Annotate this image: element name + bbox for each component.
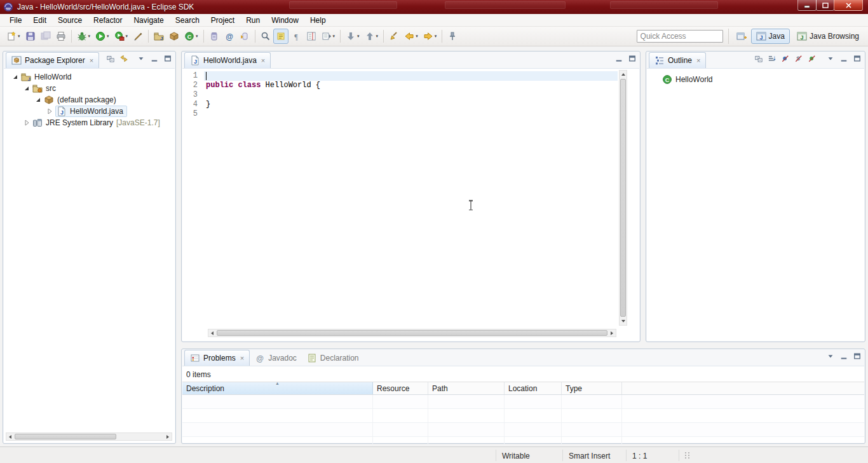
scrollbar-thumb[interactable]	[15, 434, 116, 439]
close-tab-icon[interactable]: ×	[90, 57, 93, 64]
editor-line-5[interactable]	[204, 109, 618, 119]
quick-access-input[interactable]	[637, 30, 723, 43]
collapse-all-icon[interactable]	[107, 55, 114, 62]
tree-item-default-package[interactable]: (default package)	[4, 94, 175, 106]
view-menu-icon[interactable]	[827, 55, 834, 62]
show-print-margin-button[interactable]	[304, 29, 319, 44]
outline-item-helloworld[interactable]: C HelloWorld	[647, 74, 864, 85]
open-task-button[interactable]	[130, 29, 146, 44]
next-annotation-button[interactable]: ▾	[343, 29, 362, 44]
perspective-java-button[interactable]: J Java	[751, 29, 790, 44]
menu-help[interactable]: Help	[304, 14, 332, 27]
new-java-project-button[interactable]: J	[151, 29, 166, 44]
tab-outline[interactable]: Outline ×	[649, 52, 706, 68]
tree-item-helloworld-project[interactable]: J HelloWorld	[4, 71, 175, 83]
new-package-button[interactable]	[166, 29, 182, 44]
editor-line-3[interactable]	[204, 90, 618, 100]
back-button[interactable]: ▾	[402, 29, 421, 44]
maximize-view-icon[interactable]	[628, 55, 636, 62]
menu-window[interactable]: Window	[266, 14, 304, 27]
scrollbar-thumb[interactable]	[620, 79, 626, 317]
editor-hscrollbar[interactable]	[208, 329, 616, 337]
column-header-type[interactable]: Type	[562, 382, 622, 394]
menu-navigate[interactable]: Navigate	[128, 14, 169, 27]
close-window-button[interactable]	[834, 0, 863, 11]
editor-body[interactable]: 1 2 3 4 5 public class HelloWorld { }	[182, 68, 639, 341]
javadoc-wizard-button[interactable]: @	[222, 29, 237, 44]
hide-non-public-icon[interactable]	[808, 55, 816, 62]
collapsed-arrow-icon[interactable]	[23, 119, 31, 127]
tab-declaration[interactable]: Declaration	[302, 350, 364, 366]
show-selected-element-button[interactable]: ▾	[319, 29, 338, 44]
column-header-location[interactable]: Location	[505, 382, 562, 394]
code-area[interactable]: public class HelloWorld { }	[204, 69, 618, 327]
tab-package-explorer[interactable]: Package Explorer ×	[6, 52, 99, 68]
collapsed-arrow-icon[interactable]	[46, 107, 53, 115]
maximize-view-icon[interactable]	[164, 55, 172, 62]
scroll-up-arrow[interactable]	[620, 71, 627, 78]
link-with-editor-icon[interactable]	[120, 55, 128, 62]
expanded-arrow-icon[interactable]	[34, 96, 42, 104]
tree-item-helloworld-java[interactable]: J HelloWorld.java	[4, 106, 175, 117]
scroll-right-arrow[interactable]	[608, 329, 616, 336]
sort-alphabetical-icon[interactable]	[768, 55, 776, 62]
open-perspective-button[interactable]	[734, 29, 749, 44]
last-edit-location-button[interactable]	[386, 29, 402, 44]
menu-edit[interactable]: Edit	[27, 14, 52, 27]
view-menu-icon[interactable]	[137, 55, 145, 62]
column-header-resource[interactable]: Resource	[373, 382, 428, 394]
menu-project[interactable]: Project	[205, 14, 240, 27]
view-menu-icon[interactable]	[827, 352, 834, 360]
editor-line-2[interactable]: public class HelloWorld {	[204, 81, 618, 90]
editor-line-4[interactable]: }	[204, 100, 618, 109]
tree-item-jre-system-library[interactable]: JRE System Library [JavaSE-1.7]	[4, 117, 175, 128]
scrollbar-thumb[interactable]	[217, 330, 607, 336]
minimize-window-button[interactable]	[797, 0, 817, 11]
editor-vscrollbar[interactable]	[619, 70, 627, 326]
import-jar-button[interactable]	[237, 29, 252, 44]
expanded-arrow-icon[interactable]	[11, 73, 19, 81]
new-wizard-button[interactable]: ▾	[4, 29, 23, 44]
maximize-window-button[interactable]	[816, 0, 834, 11]
close-tab-icon[interactable]: ×	[240, 354, 244, 362]
column-header-description[interactable]: ▲Description	[182, 382, 373, 394]
tree-item-src[interactable]: src	[4, 83, 175, 94]
close-tab-icon[interactable]: ×	[261, 57, 265, 64]
debug-button[interactable]: ▾	[74, 29, 93, 44]
maximize-view-icon[interactable]	[853, 352, 861, 360]
new-class-button[interactable]: C ▾	[182, 29, 201, 44]
menu-source[interactable]: Source	[52, 14, 88, 27]
perspective-java-browsing-button[interactable]: J Java Browsing	[792, 29, 864, 44]
tab-problems[interactable]: Problems ×	[184, 350, 250, 366]
hide-fields-icon[interactable]	[782, 55, 789, 62]
save-button[interactable]	[23, 29, 38, 44]
menu-run[interactable]: Run	[240, 14, 266, 27]
column-header-path[interactable]: Path	[428, 382, 505, 394]
menu-file[interactable]: File	[4, 14, 27, 27]
minimize-view-icon[interactable]	[840, 55, 848, 62]
minimize-view-icon[interactable]	[840, 352, 848, 360]
close-tab-icon[interactable]: ×	[696, 57, 700, 64]
collapse-all-icon[interactable]	[755, 55, 763, 62]
package-explorer-hscrollbar[interactable]	[6, 432, 172, 441]
show-whitespace-button[interactable]: ¶	[288, 29, 304, 44]
export-jar-button[interactable]	[207, 29, 222, 44]
menu-refactor[interactable]: Refactor	[88, 14, 128, 27]
maximize-view-icon[interactable]	[853, 55, 861, 62]
search-button[interactable]	[258, 29, 273, 44]
hide-static-members-icon[interactable]: S	[795, 55, 803, 62]
scroll-left-arrow[interactable]	[208, 329, 216, 336]
run-button[interactable]: ▾	[93, 29, 112, 44]
menu-search[interactable]: Search	[170, 14, 205, 27]
expanded-arrow-icon[interactable]	[23, 85, 31, 92]
editor-line-1[interactable]	[204, 71, 618, 81]
previous-annotation-button[interactable]: ▾	[362, 29, 381, 44]
tab-helloworld-java[interactable]: J HelloWorld.java ×	[184, 52, 271, 68]
print-button[interactable]	[53, 29, 69, 44]
minimize-view-icon[interactable]	[151, 55, 158, 62]
mark-occurrences-toggle[interactable]	[273, 29, 288, 44]
save-all-button[interactable]	[38, 29, 53, 44]
scroll-right-arrow[interactable]	[164, 433, 172, 440]
scroll-left-arrow[interactable]	[6, 433, 14, 440]
minimize-view-icon[interactable]	[615, 55, 623, 62]
